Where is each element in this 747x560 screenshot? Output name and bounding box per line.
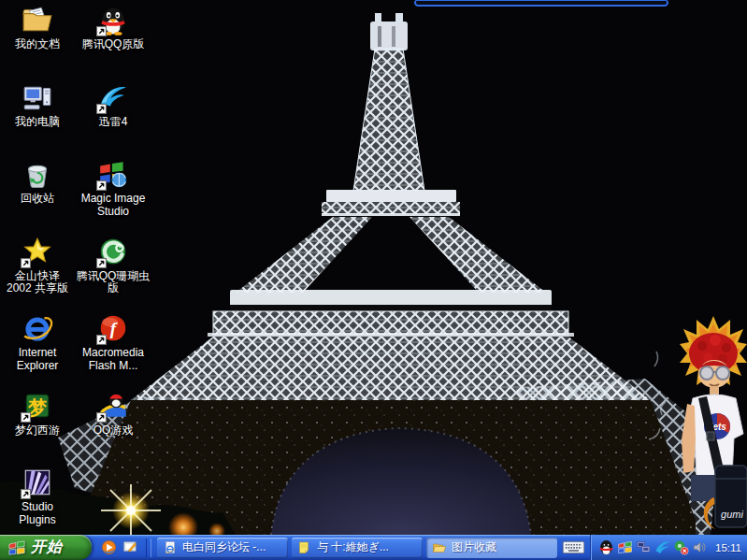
task-title: 与 十:維她ぎ... [317,539,389,555]
tray-network-icon[interactable] [636,539,652,555]
desktop-icon-qq-games[interactable]: QQ游戏 [76,390,151,438]
shortcut-arrow-badge [96,412,107,423]
taskbar-separator [146,538,151,557]
quick-launch-bar [92,538,143,556]
quicklaunch-media-player[interactable] [100,538,118,556]
tray-thunder-icon[interactable] [654,539,670,555]
task-buttons: 电白同乡论坛 -... 与 十:維她ぎ... 图片收藏 [157,538,557,558]
desktop-icon-label: 腾讯QQ原版 [76,38,151,51]
task-icon [432,540,447,555]
shortcut-arrow-badge [96,258,107,268]
desktop-icon-label: 我的文档 [0,38,75,51]
desktop-icon-label: Magic Image Studio [76,193,151,218]
windows-logo-icon [7,538,26,557]
desktop-icon-studio-plugins[interactable]: Studio Plugins [0,467,75,526]
start-button[interactable]: 开始 [0,535,92,560]
task-icon [297,540,312,555]
desktop-icon-label: Studio Plugins [0,501,75,526]
desktop-icon-macromedia-flash[interactable]: Macromedia Flash M... [76,312,151,372]
shortcut-arrow-badge [96,104,107,114]
avatar-bag-text: gumi [721,509,743,520]
desktop-icon-menghuan-xiyou[interactable]: 梦幻西游 [0,390,75,438]
qq-show-avatar[interactable]: Nets gumi [676,314,747,535]
quicklaunch-show-desktop[interactable] [122,538,139,556]
shortcut-arrow-badge [96,180,107,191]
offscreen-window-edge[interactable] [414,0,668,7]
desktop-icon-label: 迅雷4 [76,116,151,129]
tray-coral-disabled-icon[interactable] [673,539,689,555]
task-title: 电白同乡论坛 -... [182,539,266,555]
desktop-icon-recycle-bin[interactable]: 回收站 [0,158,75,206]
shortcut-arrow-badge [21,412,31,423]
clock[interactable]: 15:11 [715,542,741,553]
task-title: 图片收藏 [452,539,496,555]
desktop-icon-tencent-qq-original[interactable]: 腾讯QQ原版 [76,4,151,51]
shortcut-arrow-badge [96,26,107,36]
task-button-dianbai-forum[interactable]: 电白同乡论坛 -... [157,538,288,558]
task-button-my-pictures[interactable]: 图片收藏 [426,538,557,558]
desktop-icon-label: Internet Explorer [0,347,75,372]
desktop-icon-label: QQ游戏 [76,424,151,438]
task-icon [163,540,178,555]
shortcut-arrow-badge [96,335,107,345]
desktop-icon-label: 梦幻西游 [0,424,75,438]
desktop-icon-magic-image-studio[interactable]: Magic Image Studio [76,158,151,218]
desktop-icon-label: 回收站 [0,193,75,206]
desktop-icon-internet-explorer[interactable]: Internet Explorer [0,312,75,372]
shortcut-arrow-badge [21,489,31,499]
tray-volume-icon[interactable] [692,539,708,555]
desktop-icon-my-computer[interactable]: 我的电脑 [0,81,75,129]
tray-qq-icon[interactable] [598,539,614,555]
desktop-icons: 我的文档 腾讯QQ原版 我的电脑 迅雷4 回收站 Magic Image Stu… [0,0,159,535]
tray-colorful-flag-icon[interactable] [617,539,633,555]
desktop-icon-kingsoft-fasttrans-2002[interactable]: 金山快译 2002 共享版 [0,236,75,295]
desktop-icon-label: 我的电脑 [0,116,75,129]
desktop-icon-thunder-4[interactable]: 迅雷4 [76,81,151,129]
task-button-chat-window[interactable]: 与 十:維她ぎ... [292,538,423,558]
language-indicator[interactable] [557,538,590,556]
desktop-icon-tencent-qq-coral[interactable]: 腾讯QQ珊瑚虫 版 [76,236,151,295]
shortcut-arrow-badge [21,258,31,268]
desktop-icon-my-documents[interactable]: 我的文档 [0,4,75,51]
start-label: 开始 [31,538,63,557]
desktop[interactable]: Nets gumi 我的文档 腾讯QQ原版 我的电脑 [0,0,747,535]
keyboard-icon [562,538,585,556]
taskbar: 开始 电白同乡论坛 -... 与 十:維她ぎ... 图片收藏 15:11 [0,535,747,560]
desktop-icon-label: 腾讯QQ珊瑚虫 版 [76,270,151,295]
tray-icons [598,539,708,555]
desktop-icon-label: Macromedia Flash M... [76,347,151,372]
system-tray: 15:11 [590,535,747,560]
desktop-icon-label: 金山快译 2002 共享版 [0,270,75,295]
